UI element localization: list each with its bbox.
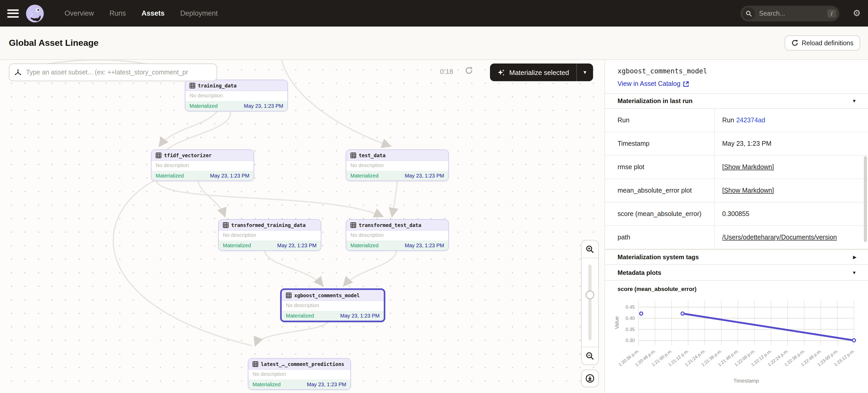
asset-description: No description [248,369,350,380]
asset-node-transformed_test_data[interactable]: transformed_test_dataNo descriptionMater… [346,219,449,251]
score-line-chart: 1:20:36 p.m.1:20:48 p.m.1:21:00 p.m.1:21… [611,293,861,387]
asset-node-xgboost_comments_model[interactable]: xgboost_comments_modelNo descriptionMate… [280,288,385,322]
asset-details-panel: xgboost_comments_model View in Asset Cat… [605,60,868,393]
nav-item-runs[interactable]: Runs [110,9,126,17]
row-value: [Show Markdown] [714,156,868,178]
table-icon [252,361,258,367]
value-link[interactable]: [Show Markdown] [722,187,774,194]
global-search[interactable]: Search... / [740,5,839,21]
asset-node-footer: MaterializedMay 23, 1:23 PM [346,171,448,181]
zoom-slider[interactable] [582,258,598,347]
zoom-in-button[interactable] [582,240,598,258]
asset-node-transformed_training_data[interactable]: transformed_training_dataNo descriptionM… [218,219,321,251]
asset-subset-input[interactable] [25,68,211,76]
app-root: OverviewRunsAssetsDeployment Search... /… [0,0,868,393]
materialize-selected-button[interactable]: Materialize selected ▼ [490,64,593,81]
asset-name: xgboost_comments_model [294,292,360,298]
chevron-right-icon: ▶ [853,255,857,260]
materialized-timestamp: May 23, 1:23 PM [244,103,283,109]
row-label: rmse plot [605,156,714,178]
asset-node-tfidf_vectorizer[interactable]: tfidf_vectorizerNo descriptionMaterializ… [151,150,254,181]
row-label: mean_absolute_error plot [605,179,714,202]
materialize-dropdown-caret[interactable]: ▼ [577,64,593,81]
reload-definitions-label: Reload definitions [802,39,854,46]
run-id-link[interactable]: 242374ad [736,117,765,124]
table-icon [156,152,161,158]
asset-description: No description [152,161,254,171]
chevron-down-icon: ▼ [852,98,857,104]
asset-node-header: xgboost_comments_model [282,290,384,301]
asset-description: No description [185,91,287,101]
asset-description: No description [219,231,321,240]
lineage-edge-transformed_training_data-to-xgboost_comments_model [265,250,323,286]
asset-node-footer: MaterializedMay 23, 1:23 PM [282,311,384,321]
page-title: Global Asset Lineage [9,38,99,48]
dagster-logo[interactable] [26,4,44,22]
nav-item-overview[interactable]: Overview [65,9,94,17]
view-in-asset-catalog-link[interactable]: View in Asset Catalog [618,80,689,88]
top-navigation-bar: OverviewRunsAssetsDeployment Search... /… [0,0,868,27]
octopus-logo-icon [26,4,44,22]
table-icon [189,83,195,88]
download-image-button[interactable] [581,369,599,387]
row-value: Run242374ad [714,109,868,132]
asset-node-test_data[interactable]: test_dataNo descriptionMaterializedMay 2… [346,150,449,181]
table-row-mean_absolute_error-plot: mean_absolute_error plot[Show Markdown] [605,179,868,202]
asset-node-footer: MaterializedMay 23, 1:23 PM [219,240,321,250]
materialized-status: Materialized [189,103,218,109]
y-tick-label: 0.35 [626,327,635,332]
asset-name: latest_…_comment_predictions [261,361,344,367]
value-link[interactable]: [Show Markdown] [722,163,774,171]
row-label: score (mean_absolute_error) [605,202,714,225]
asset-description: No description [346,161,448,171]
materialized-status: Materialized [286,313,314,319]
asset-node-header: transformed_test_data [346,220,448,231]
value-link[interactable]: /Users/odetteharary/Documents/version [722,234,837,241]
nav-item-deployment[interactable]: Deployment [180,9,218,17]
run-prefix: Run [722,117,734,124]
view-in-asset-catalog-label: View in Asset Catalog [618,80,680,88]
table-row-path: path/Users/odetteharary/Documents/versio… [605,226,868,249]
zoom-slider-track[interactable] [588,264,591,340]
value-text: 0.300855 [722,210,749,218]
materialize-selected-label: Materialize selected [509,68,569,76]
materialization-table: RunRun242374adTimestampMay 23, 1:23 PMrm… [605,109,868,249]
asset-node-footer: MaterializedMay 23, 1:23 PM [152,171,254,181]
section-materialization-last-run[interactable]: Materialization in last run ▼ [605,93,868,109]
data-point[interactable] [681,312,684,315]
lineage-edge-training_data-to-tfidf_vectorizer [159,111,218,146]
section-label: Metadata plots [618,269,852,276]
materialized-timestamp: May 23, 1:23 PM [277,242,317,248]
panel-scrollbar[interactable] [864,156,867,242]
nav-item-assets[interactable]: Assets [142,9,165,17]
asset-node-training_data[interactable]: training_dataNo descriptionMaterializedM… [185,79,288,111]
section-materialization-system-tags[interactable]: Materialization system tags ▶ [605,249,868,265]
materialized-timestamp: May 23, 1:23 PM [210,173,249,178]
asset-node-latest_comment_predictions[interactable]: latest_…_comment_predictionsNo descripti… [248,358,351,390]
asset-name: test_data [359,152,385,158]
reload-definitions-button[interactable]: Reload definitions [784,35,860,51]
zoom-slider-handle[interactable] [586,290,594,299]
lineage-edge-xgboost_comments_model-to-latest_comment_predictions [255,320,329,346]
menu-icon[interactable] [7,9,19,18]
search-shortcut-badge: / [827,9,836,18]
value-text: May 23, 1:23 PM [722,140,771,147]
asset-lineage-canvas[interactable]: training_dataNo descriptionMaterializedM… [0,60,605,393]
main-content: training_dataNo descriptionMaterializedM… [0,60,868,393]
zoom-out-button[interactable] [582,347,598,364]
graph-refresh-icon[interactable] [465,67,473,74]
y-tick-label: 0.30 [626,338,635,343]
table-icon [350,152,356,158]
materialized-status: Materialized [223,242,251,248]
asset-subset-filter[interactable] [9,64,217,81]
materialized-timestamp: May 23, 1:23 PM [307,382,346,387]
materialized-timestamp: May 23, 1:23 PM [405,242,444,248]
table-row-rmse-plot: rmse plot[Show Markdown] [605,156,868,179]
data-point[interactable] [640,312,643,315]
settings-gear-icon[interactable]: ⚙ [853,9,861,18]
section-label: Materialization in last run [618,97,852,105]
data-point[interactable] [852,339,856,342]
row-value: 0.300855 [714,202,868,225]
lineage-edge-tfidf_vectorizer-to-transformed_training_data [198,181,225,217]
section-metadata-plots[interactable]: Metadata plots ▼ [605,265,868,281]
